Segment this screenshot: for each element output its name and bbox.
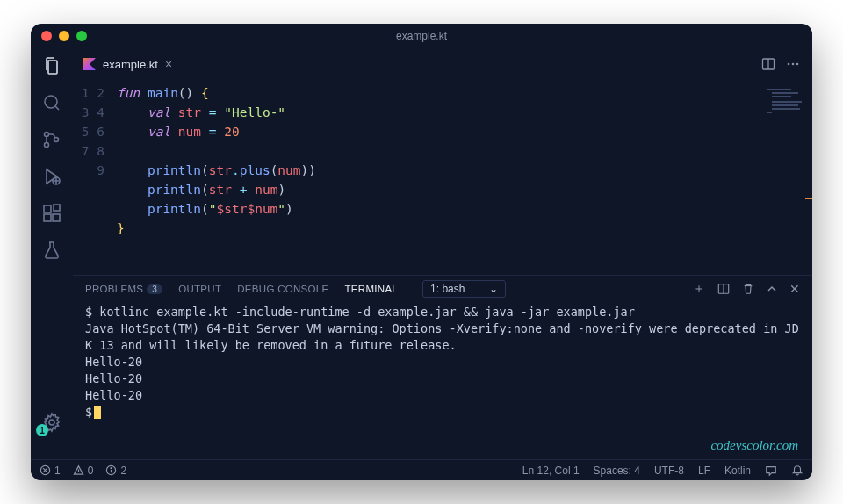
svg-rect-11: [53, 214, 60, 221]
editor-tab[interactable]: example.kt ×: [73, 48, 183, 80]
editor[interactable]: 1 2 3 4 5 6 7 8 9 fun main() { val str =…: [73, 80, 812, 275]
panel-tabs: PROBLEMS3 OUTPUT DEBUG CONSOLE TERMINAL …: [73, 276, 812, 302]
extensions-icon[interactable]: [41, 203, 62, 224]
settings-icon[interactable]: 1: [41, 412, 62, 433]
svg-rect-9: [44, 205, 51, 212]
terminal-output[interactable]: $ kotlinc example.kt -include-runtime -d…: [73, 302, 812, 459]
status-language[interactable]: Kotlin: [724, 464, 751, 477]
svg-point-18: [796, 63, 799, 66]
vscode-window: example.kt: [31, 24, 812, 480]
new-terminal-icon[interactable]: ＋: [693, 281, 705, 297]
editor-tabbar: example.kt ×: [73, 48, 812, 80]
window-title: example.kt: [31, 30, 812, 42]
svg-point-2: [45, 133, 49, 137]
kill-terminal-icon[interactable]: [742, 283, 754, 295]
tab-terminal[interactable]: TERMINAL: [345, 284, 399, 294]
svg-line-1: [55, 106, 59, 110]
more-actions-icon[interactable]: [786, 57, 800, 71]
window-controls: [41, 31, 87, 41]
svg-point-3: [45, 143, 49, 148]
bottom-panel: PROBLEMS3 OUTPUT DEBUG CONSOLE TERMINAL …: [73, 275, 812, 459]
tab-output[interactable]: OUTPUT: [178, 284, 221, 294]
chevron-down-icon: ⌄: [489, 283, 498, 295]
watermark: codevscolor.com: [710, 437, 798, 454]
close-tab-icon[interactable]: ×: [165, 57, 172, 71]
status-bar: 1 0 2 Ln 12, Col 1 Spaces: 4 UTF-8 LF Ko…: [31, 459, 812, 480]
status-info[interactable]: 2: [105, 464, 126, 477]
svg-rect-10: [44, 214, 51, 221]
line-gutter: 1 2 3 4 5 6 7 8 9: [73, 83, 117, 275]
maximize-panel-icon[interactable]: [767, 284, 777, 294]
svg-point-17: [792, 63, 795, 66]
testing-icon[interactable]: [41, 240, 62, 261]
status-cursor-position[interactable]: Ln 12, Col 1: [522, 464, 580, 477]
close-panel-icon[interactable]: ✕: [789, 282, 800, 296]
activity-bar: 1: [31, 48, 73, 459]
svg-point-13: [49, 420, 54, 425]
notifications-icon[interactable]: [791, 464, 803, 477]
status-eol[interactable]: LF: [698, 464, 710, 477]
status-warnings[interactable]: 0: [73, 464, 94, 477]
main-layout: 1 example.kt ×: [31, 48, 812, 459]
search-icon[interactable]: [41, 92, 62, 113]
feedback-icon[interactable]: [765, 464, 777, 477]
split-terminal-icon[interactable]: [717, 283, 730, 295]
status-encoding[interactable]: UTF-8: [654, 464, 684, 477]
explorer-icon[interactable]: [41, 55, 62, 76]
tab-filename: example.kt: [103, 58, 158, 71]
terminal-cursor: [94, 406, 101, 419]
close-window-button[interactable]: [41, 31, 52, 41]
svg-point-0: [45, 96, 57, 108]
kotlin-file-icon: [83, 58, 96, 70]
editor-column: example.kt × 1 2 3 4 5 6 7 8 9 fun main(…: [73, 48, 812, 459]
minimap[interactable]: [760, 83, 812, 275]
terminal-selector[interactable]: 1: bash ⌄: [422, 280, 506, 298]
svg-point-16: [788, 63, 790, 66]
settings-badge: 1: [36, 424, 48, 436]
minimize-window-button[interactable]: [59, 31, 69, 41]
svg-rect-12: [54, 205, 60, 211]
split-editor-icon[interactable]: [761, 57, 775, 71]
source-control-icon[interactable]: [41, 129, 62, 150]
svg-point-4: [54, 138, 59, 142]
debug-icon[interactable]: [41, 166, 62, 187]
code-area[interactable]: fun main() { val str = "Hello-" val num …: [117, 83, 760, 275]
maximize-window-button[interactable]: [76, 31, 87, 41]
tab-debug-console[interactable]: DEBUG CONSOLE: [237, 284, 328, 294]
tab-problems[interactable]: PROBLEMS3: [85, 284, 162, 294]
svg-point-27: [111, 468, 112, 469]
status-indentation[interactable]: Spaces: 4: [594, 464, 640, 477]
status-errors[interactable]: 1: [40, 464, 61, 477]
titlebar: example.kt: [31, 24, 812, 48]
